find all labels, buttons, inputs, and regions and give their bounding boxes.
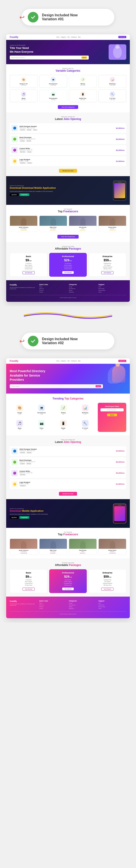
ios-btn[interactable]: App Store — [10, 193, 19, 196]
footer-col-cats-title: Categories — [69, 284, 97, 285]
package-ent-btn[interactable]: Get Started — [101, 271, 113, 274]
view-all-categories-btn[interactable]: View All Categories — [58, 105, 78, 109]
footer-v2-link-contact[interactable]: Contact — [39, 608, 67, 609]
pink-search-btn[interactable]: Search — [107, 413, 117, 416]
footer-link-contact[interactable]: Contact — [39, 291, 67, 293]
pink-search-input[interactable]: Enter keyword... — [101, 408, 124, 411]
freelancer-card-1[interactable]: Sarah Johnson UI Designer ★ ★ ★ ★ ★ — [10, 216, 37, 232]
jobs-heading-v2: Latest Jobs Opening — [10, 440, 126, 443]
cat-item-photo[interactable]: 📷 Photography 765 Jobs — [39, 90, 67, 102]
cat-item-it[interactable]: 🔧 IT & Tech 1,450 Jobs — [99, 90, 126, 102]
footer-v2-link-faq[interactable]: FAQ — [99, 602, 126, 604]
footer-v2-link-terms[interactable]: Terms — [99, 608, 126, 609]
job-v2-item-4[interactable]: 🟡 Logo Designer BrandCo · Remote Freelan… — [10, 479, 126, 489]
package-v2-ent[interactable]: Enterprise $59/mo Unlimited Posts 24/7 S… — [88, 569, 126, 593]
nav-v2-home[interactable]: Home — [56, 360, 59, 362]
footer-link-writing[interactable]: Writing — [69, 290, 97, 291]
footer-v2-link-services[interactable]: Services — [39, 606, 67, 608]
nav-v2-freelancers[interactable]: Freelancers — [71, 360, 77, 362]
footer-v2-link-dev[interactable]: Development — [69, 604, 97, 606]
footer-v2-link-privacy[interactable]: Privacy Policy — [99, 606, 126, 608]
hero-search-btn-v2[interactable]: Search — [96, 385, 101, 388]
job-v2-item-3[interactable]: 🟣 Content Writer MediaGroup · London, UK… — [10, 468, 126, 478]
pkg-v2-basic-btn[interactable]: Get Started — [23, 588, 34, 591]
trending-item-it[interactable]: 🔧 IT & Tech 1,450 — [75, 418, 95, 432]
job-item-4[interactable]: 🟡 Logo Designer BrandCo · Remote Freelan… — [10, 156, 126, 166]
hero-search-bar[interactable]: Search service or keyword... Search — [10, 56, 89, 60]
footer-link-development[interactable]: Development — [69, 288, 97, 289]
footer-link-terms[interactable]: Terms — [99, 291, 126, 293]
trending-item-music[interactable]: 🎵 Music 543 — [10, 418, 30, 432]
job-v2-item-1[interactable]: 🔵 UI/UX Designer Needed TechCorp Inc. · … — [10, 446, 126, 456]
freelancer-v2-card-2[interactable]: Mike Chen Developer ★ ★ ★ ★ ★ — [39, 538, 67, 555]
package-basic-btn[interactable]: Get Started — [23, 271, 34, 274]
freelancer-v2-card-4[interactable]: Emma Davis Marketer ★ ★ ★ ★ ★ — [99, 538, 126, 555]
trending-item-dev[interactable]: 💻 Development 2,320 — [32, 403, 52, 416]
job-item-1[interactable]: 🔵 UI/UX Designer Needed TechCorp Inc. · … — [10, 123, 126, 133]
freelancer-card-3[interactable]: Alex Brown Writer ★ ★ ★ ★ ★ — [69, 216, 97, 232]
footer-link-faq[interactable]: FAQ — [99, 286, 126, 287]
freelancer-v2-card-3[interactable]: Alex Brown Writer ★ ★ ★ ★ ★ — [69, 538, 97, 555]
cat-item-dev[interactable]: 💻 Development 2,320 Jobs — [39, 75, 67, 88]
browse-all-jobs-btn[interactable]: Browse All Jobs — [59, 169, 77, 173]
browse-jobs-btn-v2[interactable]: Browse All Jobs — [59, 492, 77, 496]
nav-home[interactable]: Home — [56, 36, 59, 38]
cat-item-design[interactable]: 🎨 Design & Art 1,245 Jobs — [10, 75, 37, 88]
job-v2-item-2[interactable]: 🟢 React Developer StartupXYZ · San Franc… — [10, 457, 126, 467]
freelancer-card-2[interactable]: Mike Chen Developer ★ ★ ★ ★ ★ — [39, 216, 67, 232]
nav-cta-btn[interactable]: Post a Job — [118, 36, 126, 38]
view-all-freelancers-btn[interactable]: View All Freelancers — [57, 235, 78, 239]
trending-item-mobile[interactable]: 📱 Mobile 890 — [53, 418, 74, 432]
footer-link-services[interactable]: Services — [39, 290, 67, 291]
trending-item-write[interactable]: 📝 Writing 987 — [53, 403, 74, 416]
hero-content-v2: Most Powerful Directory Available for Se… — [10, 369, 126, 388]
job-item-2[interactable]: 🟢 React Developer StartupXYZ · San Franc… — [10, 134, 126, 144]
nav-cta-btn-v2[interactable]: Post a Job — [118, 360, 126, 362]
trending-item-photo[interactable]: 📷 Photo 765 — [32, 418, 52, 432]
footer-v2-link-writing[interactable]: Writing — [69, 606, 97, 608]
footer-link-help[interactable]: Help Center — [99, 288, 126, 289]
footer-link-design[interactable]: Design — [69, 286, 97, 287]
android-btn[interactable]: Google Play — [20, 193, 29, 196]
nav-v2-cats[interactable]: Categories — [61, 360, 66, 362]
trending-item-mkt[interactable]: 📊 Marketing 1,102 — [75, 403, 95, 416]
nav-blog[interactable]: Blog — [78, 36, 80, 38]
nav-v2-blog[interactable]: Blog — [78, 360, 80, 362]
pkg-v2-pro-btn[interactable]: Get Started — [62, 588, 74, 590]
footer-v2-link-help[interactable]: Help Center — [99, 604, 126, 606]
nav-v2-jobs[interactable]: Jobs — [67, 360, 70, 362]
package-v2-pro[interactable]: Professional $29/mo 25 Job Posts Priorit… — [49, 569, 87, 593]
hero-search-btn[interactable]: Search — [81, 57, 87, 59]
cat-item-mkt[interactable]: 📊 Marketing 1,102 Jobs — [99, 75, 126, 88]
cat-item-mobile[interactable]: 📱 Mobile Dev 890 Jobs — [69, 90, 97, 102]
android-btn-v2[interactable]: Google Play — [20, 516, 29, 519]
package-pro[interactable]: Professional $29/mo 25 Job Posts Priorit… — [49, 253, 87, 277]
cat-item-music[interactable]: 🎵 Music 543 Jobs — [10, 90, 37, 102]
footer-link-marketing[interactable]: Marketing — [69, 291, 97, 293]
package-pro-btn[interactable]: Get Started — [62, 271, 74, 274]
footer-v2-link-mkt[interactable]: Marketing — [69, 608, 97, 609]
trending-item-design[interactable]: 🎨 Design 1,245 — [10, 403, 30, 416]
ios-btn-v2[interactable]: App Store — [10, 516, 19, 519]
package-v2-basic[interactable]: Basic $9/mo 5 Job Posts Basic Support 1 … — [10, 569, 48, 593]
package-enterprise[interactable]: Enterprise $59/mo Unlimited Posts 24/7 S… — [88, 253, 126, 277]
footer-link-about[interactable]: About Us — [39, 288, 67, 289]
freelancer-card-4[interactable]: Emma Davis Marketer ★ ★ ★ ★ ★ — [99, 216, 126, 232]
job-item-3[interactable]: 🟣 Content Writer MediaGroup · London, UK… — [10, 145, 126, 155]
footer-link-privacy[interactable]: Privacy Policy — [99, 290, 126, 291]
nav-categories[interactable]: Categories — [61, 36, 66, 38]
footer-v2-link-about[interactable]: About Us — [39, 604, 67, 606]
nav-jobs[interactable]: Jobs — [67, 36, 70, 38]
freelancer-photo-1 — [10, 216, 37, 226]
package-basic[interactable]: Basic $9/mo 5 Job Posts Basic Support 1 … — [10, 253, 48, 277]
footer-v2-link-home[interactable]: Home — [39, 602, 67, 604]
pkg-v2-ent-btn[interactable]: Get Started — [101, 588, 113, 591]
cat-item-write[interactable]: 📝 Writing 987 Jobs — [69, 75, 97, 88]
footer-link-home[interactable]: Home — [39, 286, 67, 287]
cat-count-it: 1,450 Jobs — [100, 99, 125, 100]
footer-v2-col-cats: Categories Design Development Writing Ma… — [69, 600, 97, 610]
footer-v2-link-design[interactable]: Design — [69, 602, 97, 604]
nav-freelancers[interactable]: Freelancers — [71, 36, 77, 38]
hero-search-bar-v2[interactable]: Search services... Search — [10, 384, 103, 388]
freelancer-v2-card-1[interactable]: Sarah Johnson UI Designer ★ ★ ★ ★ ★ — [10, 538, 37, 555]
